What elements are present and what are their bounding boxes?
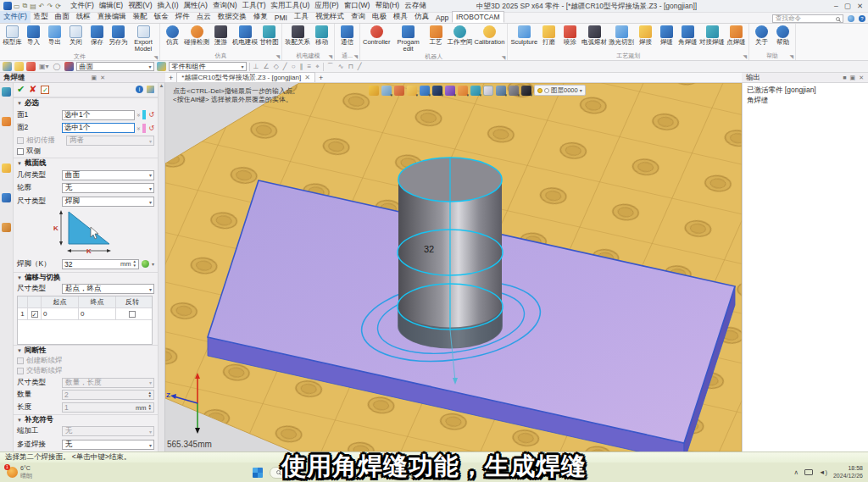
import-button[interactable]: 导入 [23, 25, 44, 46]
exit-icon[interactable] [369, 86, 379, 96]
spline-tool-icon[interactable]: ∿ [337, 63, 345, 70]
tab-point-cloud[interactable]: 点云 [193, 11, 214, 23]
program-edit-button[interactable]: Progam edit [392, 25, 426, 53]
face2-flyout-icon[interactable]: » [136, 127, 142, 130]
menu-cloud[interactable]: 云存储 [402, 1, 429, 11]
save-as-button[interactable]: 另存为 [108, 25, 129, 46]
tab-repair[interactable]: 修复 [250, 11, 271, 23]
view-cube-yellow-icon[interactable]: ▾ [407, 86, 417, 96]
close-button[interactable]: ✕ [857, 2, 863, 10]
add-select-icon[interactable] [14, 62, 24, 71]
view-manager-icon[interactable] [2, 223, 11, 232]
stagger-intermittent-checkbox[interactable] [17, 368, 24, 374]
menu-utilities[interactable]: 实用工具(U) [269, 1, 313, 11]
menu-insert[interactable]: 插入(I) [155, 1, 181, 11]
move-button[interactable]: 移动 [311, 25, 332, 46]
about-button[interactable]: 关于 [751, 25, 772, 46]
row-enable-checkbox[interactable]: ✓ [31, 311, 38, 318]
info-icon[interactable]: i [136, 86, 143, 93]
document-tab-close-icon[interactable]: ✕ [304, 74, 310, 81]
select-cursor-icon[interactable] [3, 62, 12, 71]
start-cell[interactable]: 0 [42, 308, 79, 319]
geometry-type-select[interactable]: 曲面 [62, 170, 154, 180]
add-tab-button[interactable]: + [315, 74, 326, 82]
tab-weldment[interactable]: 焊件 [172, 11, 193, 23]
snap-perpendicular-icon[interactable]: ⊥ [253, 63, 260, 70]
cancel-button[interactable]: ✘ [29, 84, 36, 95]
view-cube-blue-icon[interactable]: ▾ [420, 86, 430, 96]
snap-parallel-icon[interactable]: ∥ [299, 63, 304, 70]
panel-close-icon[interactable]: ✕ [100, 75, 105, 81]
arc-welding-button[interactable]: 电弧熔材 [581, 25, 608, 46]
spot-weld-button[interactable]: 点焊缝 [726, 25, 747, 46]
dialog-launcher-icon[interactable]: ◥ [328, 53, 332, 59]
curve-tool-icon[interactable]: ⌒ [326, 62, 335, 71]
controller-button[interactable]: Controller [362, 25, 392, 46]
open-file-icon[interactable]: ⧉ [23, 2, 28, 10]
folder-manager-icon[interactable] [2, 163, 11, 173]
face1-input[interactable]: 选中1个 [62, 110, 135, 120]
panel-scrollbar[interactable]: ▲ [158, 83, 164, 452]
layer-off-icon[interactable] [544, 88, 549, 93]
assembly-manager-icon[interactable] [2, 117, 11, 126]
panel-float-icon[interactable]: ▣ [92, 75, 97, 81]
pick-filter-icon[interactable] [64, 62, 74, 71]
face1-reuse-icon[interactable]: ↺ [148, 111, 154, 119]
tab-pmi[interactable]: PMI [271, 13, 291, 23]
end-cell[interactable]: 0 [79, 308, 116, 319]
apply-button[interactable]: ✓ [41, 86, 49, 94]
help-icon[interactable]: ? [859, 15, 865, 22]
butt-weld-button[interactable]: 对接焊缝 [698, 25, 726, 46]
save-file-icon[interactable]: ▤ [30, 3, 36, 10]
save-button[interactable]: 保存 [86, 25, 108, 46]
profile-select[interactable]: 无 [62, 183, 154, 193]
reverse-checkbox[interactable] [129, 311, 136, 318]
snap-line-icon[interactable]: ╱ [282, 63, 288, 70]
tab-data-exchange[interactable]: 数据交换 [214, 11, 250, 23]
view-cube-purple-icon[interactable]: ▾ [445, 86, 455, 96]
section-profile[interactable]: ▼截面线 [14, 158, 158, 169]
both-sides-checkbox[interactable] [17, 148, 24, 155]
new-doc-icon[interactable]: + [165, 74, 176, 82]
profile-tool-icon[interactable]: ⊓ [347, 63, 353, 70]
new-file-icon[interactable]: ▭ [14, 3, 20, 10]
minimize-button[interactable]: – [834, 2, 838, 10]
tab-wireframe[interactable]: 线框 [73, 11, 94, 23]
orient-view-icon[interactable]: ▾ [470, 86, 481, 96]
ok-button[interactable]: ✔ [17, 84, 25, 95]
tab-app[interactable]: App [432, 13, 452, 23]
polish-button[interactable]: 打磨 [538, 25, 559, 46]
tab-inquire[interactable]: 查询 [348, 11, 369, 23]
circle-select-icon[interactable]: ◯ [53, 63, 62, 70]
workspace-button[interactable]: 工作空间 [447, 25, 474, 46]
menu-edit[interactable]: 编辑(E) [97, 1, 125, 11]
target-type-icon[interactable] [157, 62, 166, 71]
face1-flyout-icon[interactable]: » [136, 114, 142, 116]
tab-electrode[interactable]: 电极 [369, 11, 390, 23]
clipboard-icon[interactable] [483, 86, 493, 96]
tab-file[interactable]: 文件(F) [0, 11, 31, 23]
menu-window[interactable]: 窗口(W) [342, 1, 373, 11]
leg-size-spinner[interactable]: ▲▼ [133, 260, 136, 268]
dialog-launcher-icon[interactable]: ◥ [275, 53, 280, 59]
annotate-icon[interactable] [394, 86, 404, 96]
section-view-icon[interactable]: ▾ [458, 86, 468, 96]
mechatronics-button[interactable]: 机电建模 [231, 25, 259, 46]
dialog-launcher-icon[interactable]: ◥ [743, 53, 747, 59]
assembly-relation-button[interactable]: 装配关系 [284, 25, 311, 46]
snap-center-icon[interactable]: ⌖ [314, 63, 320, 71]
section-intermittent[interactable]: ▼间断性 [14, 345, 158, 356]
menu-file[interactable]: 文件(F) [68, 1, 97, 11]
snap-angle-icon[interactable]: ∠ [263, 63, 270, 70]
weld-seam-button[interactable]: 焊缝 [656, 25, 677, 46]
dialog-launcher-icon[interactable]: ◥ [353, 53, 358, 59]
sculpture-button[interactable]: Sculpture [509, 25, 538, 46]
tab-assembly[interactable]: 装配 [130, 11, 151, 23]
restore-button[interactable]: ▢ [844, 2, 851, 10]
output-close-icon[interactable]: ✕ [859, 75, 864, 81]
cloud-icon[interactable] [848, 15, 854, 22]
section-offset[interactable]: ▼偏移与切换 [14, 272, 158, 283]
menu-tools[interactable]: 工具(T) [240, 1, 269, 11]
line-tool-icon[interactable]: ╱ [357, 63, 363, 70]
calibration-button[interactable]: Calibration [474, 25, 506, 46]
